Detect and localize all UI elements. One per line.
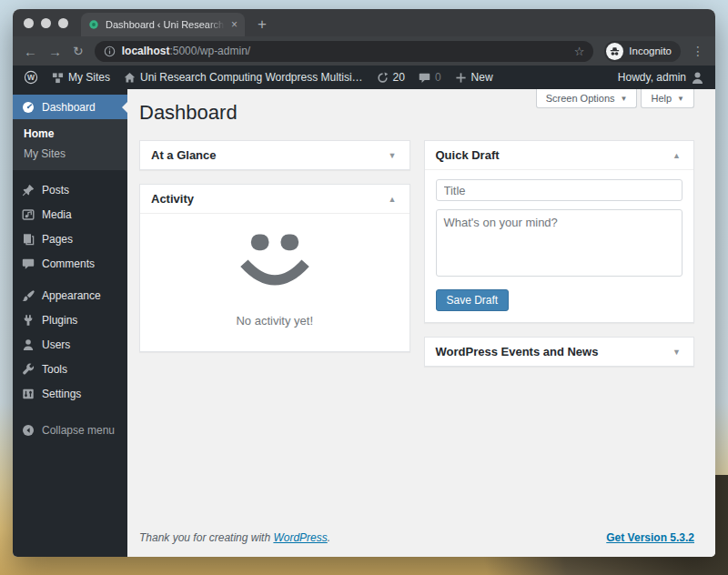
no-activity-message: No activity yet! — [151, 314, 399, 328]
address-bar[interactable]: localhost:5000/wp-admin/ ☆ — [95, 41, 594, 62]
collapse-menu-button[interactable]: Collapse menu — [13, 418, 127, 442]
close-window-button[interactable] — [24, 18, 34, 28]
sidebar-item-comments[interactable]: Comments — [13, 251, 127, 276]
sidebar-item-pages[interactable]: Pages — [13, 227, 127, 251]
pages-icon — [22, 233, 35, 246]
bookmark-star-icon[interactable]: ☆ — [574, 45, 585, 58]
minimize-window-button[interactable] — [41, 18, 51, 28]
sidebar-item-label: Dashboard — [42, 101, 96, 114]
site-favicon — [88, 19, 99, 30]
toggle-at-a-glance[interactable]: ▼ — [387, 151, 399, 160]
url-path: :5000/wp-admin/ — [169, 45, 250, 57]
sidebar-item-media[interactable]: Media — [13, 202, 127, 227]
media-icon — [22, 208, 35, 221]
widget-events-news: WordPress Events and News ▼ — [424, 337, 695, 367]
sidebar-item-settings[interactable]: Settings — [13, 381, 127, 406]
sidebar-item-label: Settings — [42, 388, 81, 400]
wordpress-logo-icon[interactable]: W — [24, 70, 38, 85]
howdy-label: Howdy, admin — [618, 71, 686, 84]
smiley-icon — [224, 230, 326, 299]
toggle-events-news[interactable]: ▼ — [671, 348, 682, 357]
tab-strip: Dashboard ‹ Uni Research Comp × + — [13, 9, 715, 36]
my-sites-menu[interactable]: My Sites — [52, 71, 110, 84]
new-tab-button[interactable]: + — [258, 16, 267, 32]
site-name-label: Uni Research Computing Wordpress Multisi… — [140, 71, 363, 84]
home-icon — [124, 72, 136, 84]
back-button[interactable]: ← — [24, 45, 37, 58]
comment-icon — [22, 257, 35, 270]
sidebar-subitem-my-sites[interactable]: My Sites — [13, 144, 127, 164]
browser-window: Dashboard ‹ Uni Research Comp × + ← → ↻ … — [13, 9, 715, 557]
widget-title: WordPress Events and News — [436, 345, 599, 358]
sidebar-item-users[interactable]: Users — [13, 332, 127, 357]
toggle-activity[interactable]: ▲ — [387, 195, 399, 204]
incognito-icon — [609, 45, 621, 57]
sidebar-item-label: Appearance — [42, 289, 101, 302]
dashboard-content: Screen Options ▼ Help ▼ Dashboard At a G… — [127, 89, 715, 557]
maximize-window-button[interactable] — [58, 18, 68, 28]
sidebar-item-dashboard[interactable]: Dashboard — [13, 95, 127, 119]
toggle-quick-draft[interactable]: ▲ — [671, 151, 682, 160]
close-tab-icon[interactable]: × — [231, 18, 238, 31]
sidebar-item-plugins[interactable]: Plugins — [13, 308, 127, 332]
collapse-menu-label: Collapse menu — [42, 424, 115, 437]
updates-menu[interactable]: 20 — [377, 71, 405, 84]
browser-tab[interactable]: Dashboard ‹ Uni Research Comp × — [81, 13, 245, 36]
page-info-icon[interactable] — [104, 45, 116, 57]
sidebar-item-label: Comments — [42, 257, 95, 270]
forward-button[interactable]: → — [48, 45, 62, 58]
comments-count: 0 — [435, 71, 441, 84]
sidebar-item-label: Posts — [42, 184, 69, 197]
plug-icon — [22, 314, 35, 327]
pin-icon — [22, 184, 35, 197]
quick-draft-content-input[interactable] — [436, 209, 683, 277]
wordpress-link[interactable]: WordPress — [273, 531, 327, 544]
network-icon — [52, 72, 64, 84]
sidebar-item-label: Plugins — [42, 314, 77, 327]
sidebar-item-tools[interactable]: Tools — [13, 357, 127, 381]
tab-title: Dashboard ‹ Uni Research Comp — [106, 19, 225, 30]
plus-icon — [455, 72, 467, 84]
brush-icon — [22, 289, 35, 302]
sidebar-item-label: Pages — [42, 233, 73, 246]
incognito-badge: Incognito — [604, 41, 681, 62]
sidebar-item-label: Tools — [42, 363, 67, 376]
url-host: localhost — [122, 45, 170, 57]
user-icon — [22, 338, 35, 351]
dashboard-submenu: Home My Sites — [13, 119, 127, 170]
sidebar-subitem-home[interactable]: Home — [13, 124, 127, 144]
widget-activity: Activity ▲ No activity yet! — [139, 184, 410, 352]
current-site-menu[interactable]: Uni Research Computing Wordpress Multisi… — [124, 71, 363, 84]
new-label: New — [471, 71, 493, 84]
widget-title: At a Glance — [151, 148, 217, 162]
collapse-arrow-icon — [22, 424, 35, 437]
get-version-link[interactable]: Get Version 5.3.2 — [606, 531, 694, 544]
sidebar-item-posts[interactable]: Posts — [13, 177, 127, 202]
widget-title: Quick Draft — [436, 148, 500, 162]
help-button[interactable]: Help ▼ — [641, 89, 694, 108]
widget-quick-draft: Quick Draft ▲ Save Draft — [424, 140, 695, 323]
admin-footer: Thank you for creating with WordPress. G… — [139, 524, 694, 557]
desktop-wallpaper: Dashboard ‹ Uni Research Comp × + ← → ↻ … — [0, 0, 728, 575]
admin-main: Dashboard Home My Sites Posts — [13, 89, 715, 557]
my-sites-label: My Sites — [68, 71, 110, 84]
updates-count: 20 — [393, 71, 405, 84]
footer-thanks: Thank you for creating with WordPress. — [139, 531, 330, 544]
update-icon — [377, 72, 389, 84]
quick-draft-title-input[interactable] — [436, 179, 683, 201]
wrench-icon — [22, 363, 35, 376]
svg-text:W: W — [27, 73, 35, 82]
sidebar-item-appearance[interactable]: Appearance — [13, 283, 127, 308]
browser-menu-icon[interactable]: ⋮ — [692, 44, 704, 58]
window-controls — [13, 9, 81, 36]
screen-options-button[interactable]: Screen Options ▼ — [536, 89, 638, 108]
comments-menu[interactable]: 0 — [419, 71, 441, 84]
save-draft-button[interactable]: Save Draft — [436, 289, 510, 311]
chevron-down-icon: ▼ — [677, 95, 684, 103]
new-content-menu[interactable]: New — [455, 71, 493, 84]
widget-title: Activity — [151, 192, 194, 206]
url-text: localhost:5000/wp-admin/ — [122, 45, 568, 57]
reload-button[interactable]: ↻ — [73, 45, 84, 57]
chevron-down-icon: ▼ — [621, 95, 628, 103]
account-menu[interactable]: Howdy, admin — [618, 71, 704, 85]
